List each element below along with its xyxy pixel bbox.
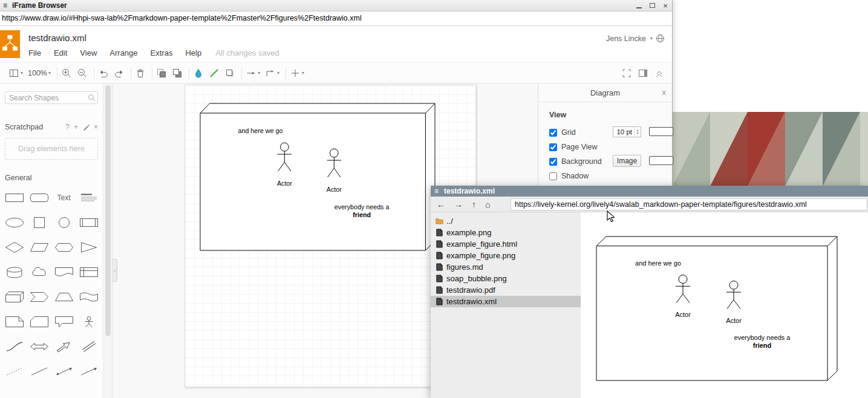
fill-color-button[interactable] [193, 68, 204, 79]
maximize-button[interactable] [645, 0, 659, 11]
shape-step[interactable] [27, 284, 51, 309]
shape-rounded-rectangle[interactable] [27, 185, 51, 210]
redo-button[interactable] [114, 68, 125, 79]
file-row-soap-bubble-png[interactable]: soap_bubble.png [431, 273, 581, 284]
shape-callout[interactable] [51, 309, 76, 334]
file-row-example-png[interactable]: example.png [431, 227, 581, 238]
waypoints-button[interactable]: ▾ [265, 68, 279, 79]
grid-color-swatch[interactable] [649, 127, 673, 136]
shape-ellipse[interactable] [2, 210, 27, 235]
shape-cloud[interactable] [27, 259, 51, 284]
shape-internal-storage[interactable] [76, 259, 101, 284]
scratchpad-close-icon[interactable]: × [94, 123, 98, 131]
view-button[interactable]: ▾ [8, 68, 23, 79]
format-panel-toggle-icon[interactable] [638, 68, 648, 79]
shape-tape[interactable] [76, 284, 101, 309]
background-checkbox[interactable] [549, 158, 557, 166]
stepper-down-icon[interactable]: ▾ [636, 132, 638, 135]
tab-diagram[interactable]: Diagram [590, 88, 620, 97]
line-color-button[interactable] [209, 68, 220, 79]
globe-icon[interactable] [656, 34, 665, 43]
scratchpad-help-icon[interactable]: ? [65, 123, 70, 131]
file-browser-url-field[interactable]: https://lively-kernel.org/lively4/swalab… [511, 198, 867, 210]
scratchpad-drop-area[interactable]: Drag elements here [5, 138, 98, 160]
shape-text[interactable]: Text [51, 185, 76, 210]
shape-bidirectional-arrow[interactable] [27, 334, 51, 359]
shape-actor[interactable] [76, 309, 101, 334]
back-button[interactable]: ← [437, 200, 445, 209]
shape-line[interactable] [27, 359, 51, 383]
menu-help[interactable]: Help [185, 48, 201, 57]
caption-bottom-line1[interactable]: everybody needs a [334, 203, 390, 210]
minimize-button[interactable] [632, 0, 645, 11]
shape-link[interactable] [76, 334, 101, 359]
fullscreen-icon[interactable] [621, 68, 632, 79]
cube-shape[interactable] [200, 103, 435, 250]
file-row-[interactable]: ../ [431, 215, 581, 227]
shadow-button[interactable] [224, 68, 235, 79]
file-row-figures-md[interactable]: figures.md [431, 261, 581, 273]
shape-parallelogram[interactable] [27, 235, 51, 259]
panel-close-icon[interactable]: x [662, 88, 667, 97]
caption-top[interactable]: and here we go [238, 127, 282, 134]
delete-button[interactable] [135, 68, 146, 79]
shape-directional-connector[interactable] [76, 359, 101, 383]
menu-extras[interactable]: Extras [151, 48, 173, 57]
to-back-button[interactable] [172, 68, 183, 79]
menu-file[interactable]: File [28, 48, 41, 57]
file-browser-titlebar[interactable]: ≡ testdrawio.xml [431, 186, 868, 197]
iframe-window-titlebar[interactable]: ≡ iFrame Browser × [0, 0, 672, 11]
shape-document[interactable] [51, 259, 76, 284]
home-button[interactable]: ⌂ [485, 200, 490, 209]
zoom-in-button[interactable] [61, 68, 72, 79]
file-row-testdrawio-pdf[interactable]: testdrawio.pdf [431, 284, 581, 296]
shape-cylinder[interactable] [2, 259, 27, 284]
shape-cube[interactable] [2, 284, 27, 309]
diagram-figure[interactable]: and here we go Actor Actor everybody nee… [200, 103, 436, 251]
shadow-checkbox[interactable] [549, 172, 557, 180]
caption-bottom-line2[interactable]: friend [353, 211, 371, 218]
shape-process[interactable] [76, 210, 101, 235]
file-row-example-figure-png[interactable]: example_figure.png [431, 250, 581, 261]
menu-view[interactable]: View [80, 48, 97, 57]
up-button[interactable]: ↑ [472, 200, 476, 209]
shape-dashed-line[interactable] [2, 359, 27, 383]
zoom-out-button[interactable] [77, 68, 88, 79]
shape-diamond[interactable] [2, 235, 27, 259]
shape-hexagon[interactable] [51, 235, 76, 259]
to-front-button[interactable] [156, 68, 167, 79]
scratchpad-add-icon[interactable]: + [74, 123, 78, 131]
collapse-expand-icon[interactable] [654, 68, 665, 79]
edit-pencil-icon[interactable] [82, 123, 90, 131]
shape-bidirectional-connector[interactable] [51, 359, 76, 383]
section-general[interactable]: General [0, 171, 103, 185]
sidebar-scrollbar[interactable] [103, 83, 113, 398]
connection-button[interactable]: ▾ [246, 68, 260, 79]
sidebar-collapse-handle[interactable]: ‹ [113, 259, 117, 282]
grid-checkbox[interactable] [549, 129, 557, 137]
scrollbar-thumb[interactable] [105, 85, 111, 336]
file-row-example-figure-html[interactable]: example_figure.html [431, 238, 581, 250]
iframe-url-bar[interactable]: https://www.draw.io/#Hhpi-swa-lab%2Fmark… [0, 11, 672, 26]
stepper[interactable]: ▴ ▾ [634, 127, 641, 137]
background-color-swatch[interactable] [649, 156, 673, 165]
menu-edit[interactable]: Edit [54, 48, 67, 57]
hamburger-icon[interactable]: ≡ [3, 1, 7, 10]
actor-label[interactable]: Actor [327, 186, 342, 193]
shape-square[interactable] [27, 210, 51, 235]
menu-arrange[interactable]: Arrange [109, 48, 137, 57]
file-row-testdrawio-xml[interactable]: testdrawio.xml [431, 296, 581, 307]
shape-triangle[interactable] [76, 235, 101, 259]
shape-trapezoid[interactable] [51, 284, 76, 309]
shape-note[interactable] [2, 309, 27, 334]
page-view-checkbox[interactable] [549, 143, 557, 151]
image-button[interactable]: Image [613, 155, 641, 167]
close-button[interactable]: × [659, 0, 672, 11]
search-input[interactable] [5, 91, 98, 104]
shape-textbox[interactable] [76, 185, 101, 210]
grid-size-input[interactable]: 10 pt ▴ ▾ [613, 126, 641, 137]
actor-label[interactable]: Actor [277, 180, 292, 187]
undo-button[interactable] [98, 68, 109, 79]
forward-button[interactable]: → [454, 200, 463, 209]
shape-arrow[interactable] [51, 334, 76, 359]
